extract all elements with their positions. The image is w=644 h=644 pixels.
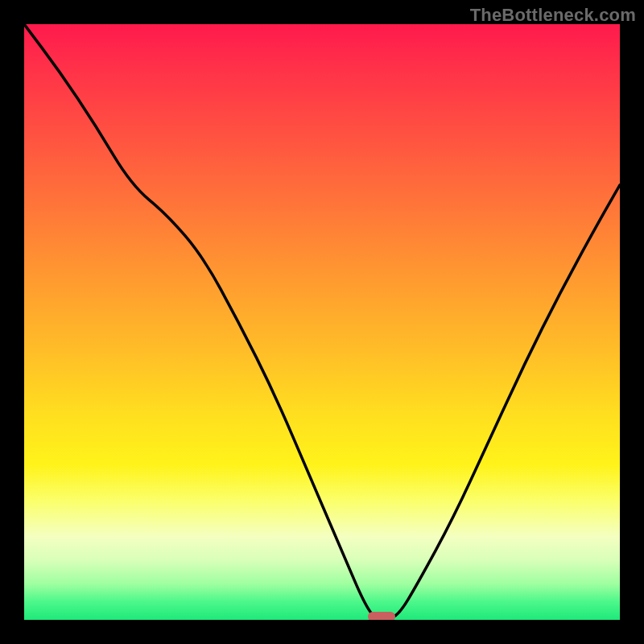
minimum-marker — [368, 612, 395, 620]
watermark-label: TheBottleneck.com — [470, 5, 636, 26]
chart-frame: TheBottleneck.com — [0, 0, 644, 644]
plot-area — [24, 24, 620, 620]
curve-svg — [24, 24, 620, 620]
bottleneck-curve — [24, 24, 620, 620]
